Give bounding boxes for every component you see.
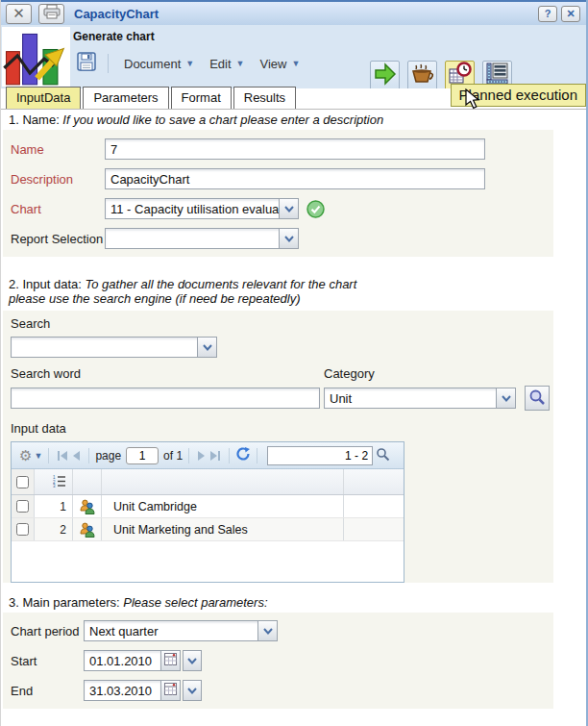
capacity-chart-window: ✕ CapacityChart ? ✕ Generate chart [0, 0, 588, 726]
section3-heading: 3. Main parameters: Please select parame… [9, 595, 586, 610]
print-button[interactable] [38, 4, 64, 24]
help-button[interactable]: ? [538, 6, 557, 22]
end-label: End [11, 684, 84, 698]
last-page-button[interactable] [208, 451, 223, 461]
grid-header-row: 123 [12, 469, 404, 495]
grid-search-icon[interactable] [376, 447, 390, 464]
menu-view[interactable]: View ▼ [253, 53, 308, 75]
name-field[interactable] [105, 138, 485, 160]
window-title: CapacityChart [74, 7, 159, 21]
chevron-down-icon[interactable] [279, 229, 298, 248]
tab-parameters[interactable]: Parameters [83, 87, 168, 109]
menu-document[interactable]: Document ▼ [116, 53, 202, 75]
description-label: Description [11, 172, 105, 187]
menu-separator [108, 54, 109, 73]
users-icon [73, 495, 102, 517]
search-label: Search [11, 316, 553, 331]
section2-panel: Search Search word Category Unit [3, 311, 553, 583]
chart-label: Chart [11, 202, 105, 216]
row-number: 1 [35, 495, 73, 517]
save-button[interactable] [73, 51, 100, 76]
coffee-cup-icon [410, 62, 435, 90]
page-number-input[interactable] [126, 447, 159, 464]
close-icon: ✕ [12, 5, 25, 22]
search-word-field[interactable] [11, 388, 320, 409]
run-chart-button[interactable] [370, 61, 400, 90]
toolbar: Generate chart Document ▼ Edit ▼ View ▼ [1, 25, 586, 88]
chevron-down-icon[interactable] [197, 338, 216, 357]
section2-heading: 2. Input data: To gather all the documen… [9, 277, 586, 306]
page-count-label: of 1 [163, 449, 183, 463]
end-date-field[interactable] [84, 680, 161, 701]
calendar-icon [164, 683, 177, 698]
end-calendar-button[interactable] [161, 680, 181, 701]
type-column-header[interactable] [73, 469, 102, 494]
report-selection-select[interactable] [105, 228, 299, 249]
name-label: Name [11, 142, 105, 157]
chart-period-select[interactable]: Next quarter [84, 620, 278, 641]
chart-period-label: Chart period [11, 624, 84, 638]
row-number-column-header[interactable]: 123 [35, 469, 73, 494]
row-checkbox[interactable] [16, 523, 29, 536]
caret-down-icon[interactable]: ▼ [34, 451, 42, 461]
next-page-button[interactable] [195, 451, 208, 461]
start-label: Start [11, 654, 84, 668]
floppy-disk-icon [77, 52, 96, 75]
row-name: Unit Cambridge [102, 495, 344, 517]
tab-results[interactable]: Results [233, 87, 296, 109]
row-name: Unit Marketing and Sales [102, 518, 344, 540]
report-selection-label: Report Selection [11, 232, 105, 246]
chevron-down-icon[interactable] [279, 199, 298, 218]
row-checkbox[interactable] [16, 500, 29, 513]
grid-filter-input[interactable] [267, 446, 373, 465]
app-logo [2, 27, 70, 87]
start-date-field[interactable] [84, 650, 161, 671]
grid-empty-area [12, 541, 404, 582]
background-job-button[interactable] [407, 61, 437, 90]
search-icon [528, 388, 546, 409]
end-date-dropdown-button[interactable] [183, 680, 202, 701]
input-data-grid: ⚙ ▼ page of 1 [11, 441, 404, 583]
form-content: 1. Name: If you would like to save a cha… [1, 111, 586, 726]
row-number-icon: 123 [53, 474, 66, 490]
grid-pager-toolbar: ⚙ ▼ page of 1 [12, 442, 404, 469]
tab-format[interactable]: Format [171, 87, 232, 109]
chevron-down-icon[interactable] [496, 388, 515, 408]
first-page-button[interactable] [55, 451, 70, 461]
category-select[interactable]: Unit [324, 388, 516, 409]
menu-edit[interactable]: Edit ▼ [202, 53, 252, 75]
input-data-label: Input data [11, 421, 553, 436]
titlebar: ✕ CapacityChart ? ✕ [1, 0, 586, 25]
tab-inputdata[interactable]: InputData [6, 87, 81, 109]
printer-icon [43, 4, 61, 23]
search-select[interactable] [11, 337, 217, 358]
caret-down-icon: ▼ [236, 59, 245, 68]
category-label: Category [324, 366, 375, 381]
mouse-cursor [465, 88, 481, 115]
caret-down-icon: ▼ [291, 59, 300, 68]
start-calendar-button[interactable] [161, 650, 181, 671]
description-field[interactable] [105, 168, 485, 189]
calendar-icon [164, 653, 177, 668]
run-arrow-icon [373, 62, 398, 90]
start-date-dropdown-button[interactable] [183, 650, 202, 671]
chart-select[interactable]: 11 - Capacity utilisation evaluatio [105, 198, 299, 219]
select-all-checkbox[interactable] [12, 469, 35, 494]
grid-row-2[interactable]: 2 Unit Marketing and Sales [12, 518, 404, 541]
svg-text:3: 3 [53, 484, 56, 488]
chevron-down-icon[interactable] [257, 621, 277, 640]
gear-icon[interactable]: ⚙ [19, 448, 32, 463]
run-search-button[interactable] [525, 386, 550, 411]
name-column-header[interactable] [102, 469, 344, 494]
close-window-button[interactable]: ✕ [6, 4, 32, 24]
grid-row-1[interactable]: 1 Unit Cambridge [12, 495, 404, 518]
refresh-icon[interactable] [235, 446, 251, 464]
row-number: 2 [35, 518, 73, 540]
page-label: page [95, 449, 121, 463]
prev-page-button[interactable] [70, 451, 83, 461]
menu-bar: Document ▼ Edit ▼ View ▼ [73, 48, 307, 79]
section1-panel: Name Description Chart 11 - Capacity uti… [3, 130, 553, 257]
toolbar-header: Generate chart [73, 30, 155, 43]
search-word-label: Search word [11, 366, 324, 381]
close-button[interactable]: ✕ [561, 6, 580, 22]
